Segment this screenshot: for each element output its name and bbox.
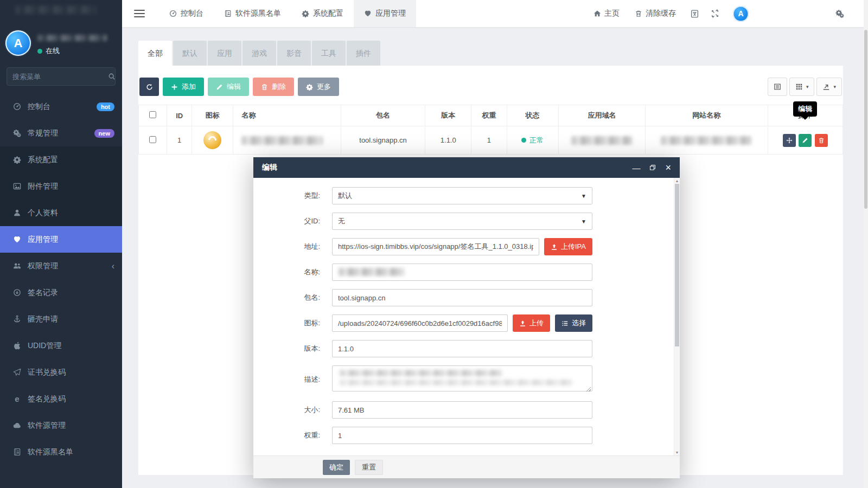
gauge-icon: [13, 102, 21, 111]
dialog-title: 编辑: [262, 163, 277, 172]
version-input[interactable]: [332, 340, 592, 357]
url-label: 地址:: [253, 242, 332, 252]
app-domain-blurred: [571, 136, 632, 145]
icon-path-input[interactable]: [332, 314, 508, 332]
minimize-button[interactable]: —: [632, 164, 640, 172]
sidebar-item-cert-codes[interactable]: 证书兑换码: [0, 359, 122, 386]
sidebar-item-system-config[interactable]: 系统配置: [0, 146, 122, 173]
sidebar-item-attachments[interactable]: 附件管理: [0, 173, 122, 200]
upload-icon-button[interactable]: 上传: [513, 314, 550, 332]
settings-button[interactable]: [835, 9, 844, 18]
type-select[interactable]: 默认▼: [332, 187, 592, 204]
refresh-button[interactable]: [139, 78, 159, 96]
detail-view-button[interactable]: [768, 78, 787, 96]
columns-button[interactable]: ▾: [789, 78, 815, 96]
sidebar: A 在线 控制台 hot 常规管理 new 系统配置 附件管理 个: [0, 0, 122, 488]
app-row-icon: [203, 131, 221, 149]
package-label: 包名:: [253, 293, 332, 303]
export-button[interactable]: ▾: [816, 78, 842, 96]
apps-table: ID 图标 名称 包名 版本 权重 状态 应用域名 网站名称 操作: [138, 105, 843, 155]
url-input[interactable]: [332, 238, 539, 255]
confirm-button[interactable]: 确定: [323, 460, 350, 475]
parent-id-select[interactable]: 无▼: [332, 213, 592, 230]
upload-icon: [519, 320, 526, 327]
row-weight: 1: [471, 126, 507, 155]
tab-plugins[interactable]: 插件: [347, 41, 380, 66]
navtab-source-blacklist[interactable]: 软件源黑名单: [214, 0, 291, 27]
menu-search-input[interactable]: [12, 73, 108, 81]
row-edit-button[interactable]: [799, 134, 812, 147]
page-scrollbar-thumb[interactable]: [864, 30, 867, 209]
page-scrollbar[interactable]: [864, 0, 868, 488]
upload-ipa-button[interactable]: 上传IPA: [544, 238, 592, 255]
scroll-down-icon[interactable]: ▼: [674, 451, 680, 454]
tab-media[interactable]: 影音: [277, 41, 311, 66]
tab-games[interactable]: 游戏: [242, 41, 276, 66]
row-actions: 编辑: [768, 126, 843, 155]
col-icon: 图标: [192, 105, 233, 126]
trash-icon: [635, 10, 642, 17]
edit-button[interactable]: 编辑: [208, 78, 249, 96]
image-icon: [13, 182, 21, 190]
home-link[interactable]: 主页: [593, 9, 620, 18]
row-package: tool.signapp.cn: [341, 126, 425, 155]
online-status: 在线: [46, 46, 60, 56]
caret-down-icon: ▼: [581, 193, 586, 199]
package-input[interactable]: [332, 289, 592, 306]
category-tabs: 全部 默认 应用 游戏 影音 工具 插件: [138, 41, 843, 66]
tab-default[interactable]: 默认: [173, 41, 207, 66]
fullscreen-button[interactable]: [711, 9, 719, 18]
navbar-right: 主页 清除缓存 A: [593, 0, 868, 27]
caret-down-icon: ▼: [581, 219, 586, 224]
close-button[interactable]: ×: [665, 163, 671, 172]
tab-tools[interactable]: 工具: [312, 41, 346, 66]
clear-cache-link[interactable]: 清除缓存: [635, 9, 676, 18]
scroll-up-icon[interactable]: ▲: [674, 179, 680, 183]
edge-icon: e: [13, 395, 21, 403]
sidebar-item-dashboard[interactable]: 控制台 hot: [0, 93, 122, 120]
language-button[interactable]: [690, 9, 699, 18]
pencil-icon: [802, 137, 808, 144]
row-checkbox[interactable]: [149, 136, 156, 143]
address-book-icon: [13, 448, 21, 456]
hamburger-menu-icon[interactable]: [134, 8, 145, 20]
dialog-scrollbar[interactable]: ▲ ▼: [674, 178, 680, 455]
drag-move-button[interactable]: [783, 134, 796, 147]
sidebar-item-app-management[interactable]: 应用管理: [0, 226, 122, 253]
sidebar-item-permissions[interactable]: 权限管理 ‹: [0, 253, 122, 279]
sidebar-item-udid-management[interactable]: UDID管理: [0, 332, 122, 359]
weight-input[interactable]: [332, 427, 592, 444]
restore-button[interactable]: [649, 164, 656, 171]
size-input[interactable]: [332, 401, 592, 419]
sidebar-item-general-management[interactable]: 常规管理 new: [0, 120, 122, 146]
navtab-app-management[interactable]: 应用管理: [354, 0, 416, 27]
choose-icon-button[interactable]: 选择: [555, 314, 592, 332]
reset-button[interactable]: 重置: [355, 460, 383, 475]
col-weight: 权重: [471, 105, 507, 126]
sidebar-item-sign-records[interactable]: 签名记录: [0, 279, 122, 306]
user-avatar[interactable]: A: [733, 6, 749, 22]
select-all-checkbox[interactable]: [149, 111, 156, 118]
parent-id-label: 父ID:: [253, 216, 332, 226]
row-delete-button[interactable]: [815, 134, 828, 147]
sidebar-item-shell-requests[interactable]: 砸壳申请: [0, 306, 122, 332]
navbar-tabs: 控制台 软件源黑名单 系统配置 应用管理: [159, 0, 416, 27]
scrollbar-thumb[interactable]: [675, 184, 679, 346]
name-value-blurred: [339, 268, 405, 276]
cogs-icon: [835, 9, 844, 18]
add-button[interactable]: 添加: [163, 78, 204, 96]
more-button[interactable]: 更多: [298, 78, 339, 96]
sidebar-item-sign-codes[interactable]: e 签名兑换码: [0, 386, 122, 412]
sidebar-item-software-sources[interactable]: 软件源管理: [0, 412, 122, 439]
sidebar-item-profile[interactable]: 个人资料: [0, 200, 122, 226]
tab-all[interactable]: 全部: [138, 41, 172, 66]
col-status: 状态: [507, 105, 558, 126]
navtab-dashboard[interactable]: 控制台: [159, 0, 214, 27]
upload-icon: [551, 243, 558, 251]
dialog-titlebar[interactable]: 编辑 — ×: [253, 157, 680, 178]
tab-apps[interactable]: 应用: [208, 41, 241, 66]
delete-button[interactable]: 删除: [253, 78, 294, 96]
sidebar-item-source-blacklist[interactable]: 软件源黑名单: [0, 439, 122, 465]
navtab-system-config[interactable]: 系统配置: [291, 0, 354, 27]
col-package: 包名: [341, 105, 425, 126]
